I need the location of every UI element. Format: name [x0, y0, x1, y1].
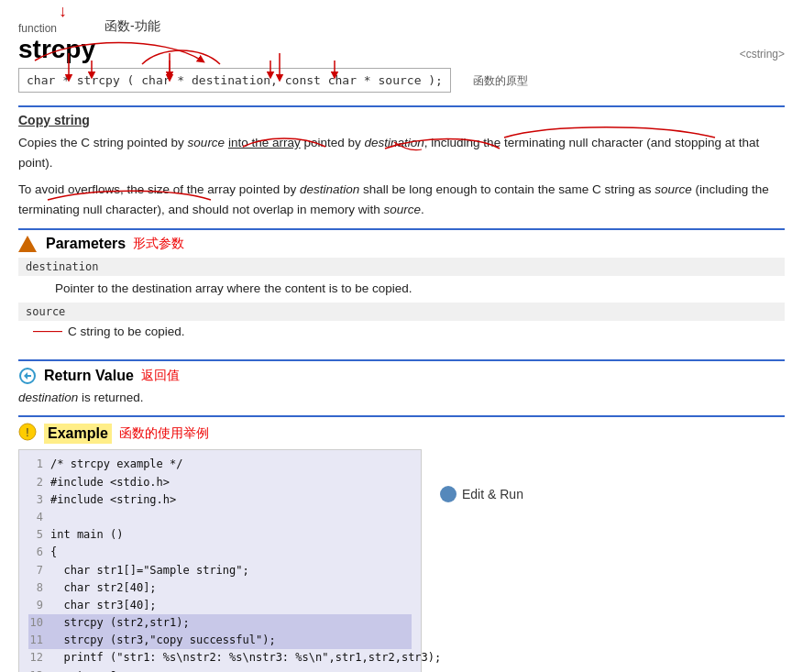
code-line-4: 4	[28, 509, 412, 526]
divider-example	[18, 415, 785, 417]
params-icon	[18, 236, 37, 252]
code-line-11: 11 strcpy (str3,"copy successful");	[28, 632, 412, 649]
lib-tag: <cstring>	[740, 48, 785, 61]
edit-run-label[interactable]: Edit & Run	[462, 487, 523, 501]
return-chinese: 返回值	[141, 368, 180, 384]
param-destination-name: destination	[26, 260, 98, 273]
copy-string-title: Copy string	[18, 113, 785, 127]
syntax-label: 函数的原型	[473, 74, 528, 87]
func-title: strcpy	[18, 35, 95, 64]
code-line-5: 5int main ()	[28, 526, 412, 544]
code-line-7: 7 char str1[]="Sample string";	[28, 562, 412, 579]
title-row: strcpy <cstring>	[18, 35, 785, 64]
edit-run-area[interactable]: Edit & Run	[440, 486, 523, 502]
syntax-text: char * strcpy ( char * destination, cons…	[27, 73, 443, 87]
return-icon	[18, 367, 37, 385]
example-icon: !	[18, 423, 37, 444]
desc1: Copies the C string pointed by source in…	[18, 133, 785, 172]
code-line-12: 12 printf ("str1: %s\nstr2: %s\nstr3: %s…	[28, 649, 412, 666]
example-header: ! Example 函数的使用举例	[18, 423, 785, 444]
example-chinese: 函数的使用举例	[119, 425, 209, 442]
svg-text:!: !	[26, 426, 28, 439]
return-title: Return Value	[44, 368, 134, 384]
divider-top	[18, 105, 785, 107]
code-line-10: 10 strcpy (str2,str1);	[28, 614, 412, 632]
return-header: Return Value 返回值	[18, 367, 785, 385]
code-line-3: 3#include <string.h>	[28, 491, 412, 509]
red-arrow-source: ——	[33, 323, 62, 339]
code-line-6: 6{	[28, 544, 412, 561]
params-header: Parameters 形式参数	[18, 236, 785, 252]
desc2: To avoid overflows, the size of the arra…	[18, 180, 785, 219]
param-source-desc: C string to be copied.	[68, 325, 185, 338]
example-container: 1/* strcpy example */ 2#include <stdio.h…	[18, 449, 785, 672]
params-title: Parameters	[46, 236, 126, 252]
code-box: 1/* strcpy example */ 2#include <stdio.h…	[18, 449, 422, 672]
top-chinese-annotation: 函数-功能	[104, 18, 160, 35]
syntax-box: char * strcpy ( char * destination, cons…	[18, 68, 451, 93]
param-source-name: source	[26, 305, 65, 318]
divider-return	[18, 359, 785, 361]
param-source-row: source	[18, 303, 785, 321]
divider-params	[18, 228, 785, 230]
code-line-2: 2#include <stdio.h>	[28, 474, 412, 491]
param-destination-row: destination	[18, 258, 785, 276]
code-line-1: 1/* strcpy example */	[28, 456, 412, 473]
return-text: destination is returned.	[18, 391, 785, 404]
code-line-13: 13 return 0;	[28, 667, 412, 672]
code-line-8: 8 char str2[40];	[28, 579, 412, 597]
code-line-9: 9 char str3[40];	[28, 597, 412, 614]
edit-run-icon	[440, 486, 456, 502]
function-label: function	[18, 22, 57, 35]
example-title: Example	[44, 424, 112, 444]
params-chinese: 形式参数	[133, 236, 184, 252]
param-destination-desc: Pointer to the destination array where t…	[18, 278, 785, 303]
down-arrow-annotation: ↓	[59, 2, 67, 21]
